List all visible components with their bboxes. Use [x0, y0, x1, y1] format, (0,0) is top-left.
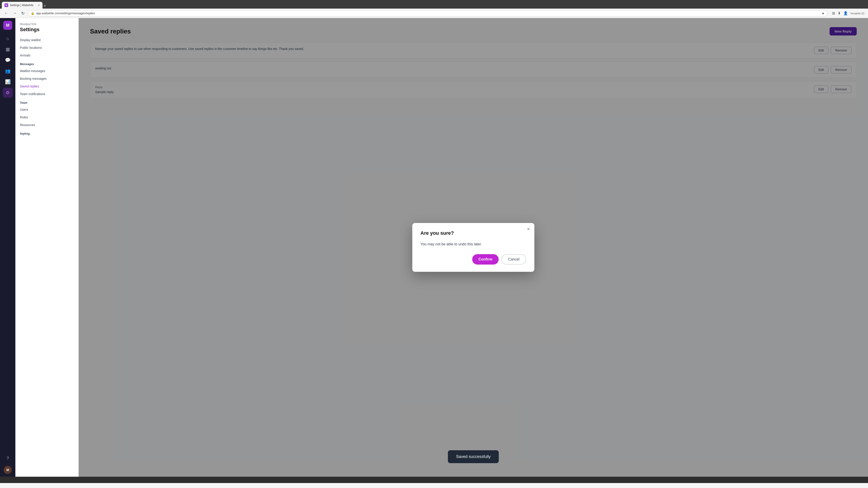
nav-team-notifications[interactable]: Team notifications [16, 90, 79, 98]
url-text: app.waitwhile.com/settings/messages/repl… [36, 11, 95, 15]
chat-icon[interactable]: 💬 [3, 55, 13, 65]
app-container: M ⌂ ▦ 💬 👥 📊 ⚙ ? M Moodjoy7434 Settings D… [0, 18, 868, 477]
toast-notification: Saved successfully [448, 450, 499, 463]
back-button[interactable]: ← [3, 10, 9, 17]
confirmation-dialog: Are you sure? × You may not be able to u… [412, 223, 534, 272]
tab-close-button[interactable]: × [38, 3, 40, 7]
messages-section-header: Messages [16, 59, 79, 67]
user-avatar[interactable]: M [4, 466, 12, 474]
people-icon[interactable]: 👥 [3, 66, 13, 76]
team-section-header: Team [16, 98, 79, 106]
left-nav: M ⌂ ▦ 💬 👥 📊 ⚙ ? M [0, 18, 16, 477]
profile-button[interactable]: 👤 [842, 10, 849, 16]
settings-title: Settings [20, 27, 74, 33]
incognito-button[interactable]: Incognito (2) [850, 10, 865, 16]
info-bar [0, 477, 868, 483]
address-bar: ← → ↻ 🔒 app.waitwhile.com/settings/messa… [0, 8, 868, 18]
dialog-body: You may not be able to undo this later. [421, 241, 526, 247]
dialog-footer: Confirm Cancel [421, 254, 526, 265]
nav-display-waitlist[interactable]: Display waitlist [16, 36, 79, 44]
nav-arrivals[interactable]: Arrivals [16, 52, 79, 59]
settings-header: Moodjoy7434 Settings [16, 23, 79, 36]
nav-resources[interactable]: Resources [16, 121, 79, 129]
modal-overlay: Are you sure? × You may not be able to u… [79, 18, 868, 477]
dialog-title: Are you sure? [421, 230, 526, 236]
tab-title-text: Settings | Waitwhile [10, 4, 36, 7]
styling-section-header: Styling [16, 129, 79, 137]
settings-icon[interactable]: ⚙ [3, 88, 13, 98]
extensions-button[interactable]: ⊞ [831, 10, 836, 16]
downloads-button[interactable]: ⬇ [837, 10, 842, 16]
help-icon[interactable]: ? [3, 453, 13, 463]
reload-button[interactable]: ↻ [20, 10, 26, 17]
settings-breadcrumb: Moodjoy7434 [20, 23, 74, 26]
nav-saved-replies[interactable]: Saved replies [16, 83, 79, 90]
active-tab[interactable]: M Settings | Waitwhile × [2, 2, 42, 8]
forward-button[interactable]: → [11, 10, 18, 17]
address-input[interactable]: 🔒 app.waitwhile.com/settings/messages/re… [28, 10, 828, 17]
app-logo: M [3, 21, 12, 30]
nav-roles[interactable]: Roles [16, 113, 79, 121]
dialog-close-button[interactable]: × [527, 227, 530, 232]
browser-tab-bar: M Settings | Waitwhile × + [0, 0, 868, 8]
settings-panel: Moodjoy7434 Settings Display waitlist Pu… [16, 18, 79, 477]
calendar-icon[interactable]: ▦ [3, 44, 13, 54]
main-content: Saved replies New Reply Manage your save… [79, 18, 868, 477]
home-icon[interactable]: ⌂ [3, 33, 13, 43]
toolbar-icons: ⊞ ⬇ 👤 Incognito (2) [831, 10, 865, 16]
chart-icon[interactable]: 📊 [3, 77, 13, 87]
nav-waitlist-messages[interactable]: Waitlist messages [16, 67, 79, 75]
nav-booking-messages[interactable]: Booking messages [16, 75, 79, 83]
new-tab-button[interactable]: + [43, 3, 46, 8]
confirm-button[interactable]: Confirm [472, 254, 499, 265]
tab-favicon: M [4, 3, 8, 7]
cancel-button[interactable]: Cancel [501, 254, 526, 265]
nav-public-locations[interactable]: Public locations [16, 44, 79, 52]
nav-users[interactable]: Users [16, 106, 79, 113]
